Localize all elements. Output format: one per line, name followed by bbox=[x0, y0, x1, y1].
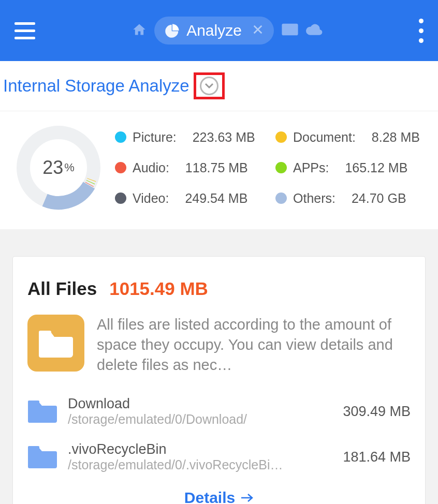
usage-donut-chart: 23% bbox=[14, 124, 103, 212]
legend-picture[interactable]: Picture: 223.63 MB bbox=[115, 130, 265, 145]
sdcard-icon[interactable] bbox=[281, 22, 299, 39]
home-icon[interactable] bbox=[132, 22, 147, 39]
file-row[interactable]: .vivoRecycleBin /storage/emulated/0/.viv… bbox=[27, 434, 411, 480]
file-name: .vivoRecycleBin bbox=[68, 441, 332, 457]
legend-label: APPs: bbox=[293, 160, 329, 175]
dot-icon bbox=[275, 131, 287, 143]
folder-icon bbox=[27, 399, 57, 424]
file-row[interactable]: Download /storage/emulated/0/Download/ 3… bbox=[27, 389, 411, 434]
legend-document[interactable]: Document: 8.28 MB bbox=[275, 130, 426, 145]
svg-rect-8 bbox=[28, 446, 39, 451]
legend-audio[interactable]: Audio: 118.75 MB bbox=[115, 160, 265, 175]
cloud-icon[interactable] bbox=[306, 23, 323, 38]
card-total-size: 1015.49 MB bbox=[109, 278, 208, 299]
percent-suffix: % bbox=[64, 161, 75, 174]
legend-label: Document: bbox=[293, 130, 356, 145]
svg-rect-7 bbox=[28, 401, 39, 405]
page-title-bar: Internal Storage Analyze bbox=[0, 61, 438, 111]
legend-value: 24.70 GB bbox=[352, 191, 406, 206]
tab-label: Analyze bbox=[186, 22, 242, 39]
details-button[interactable]: Details bbox=[27, 480, 411, 504]
file-path: /storage/emulated/0/.vivoRecycleBi… bbox=[68, 457, 332, 472]
legend-video[interactable]: Video: 249.54 MB bbox=[115, 191, 265, 206]
legend-value: 165.12 MB bbox=[345, 160, 407, 175]
legend-label: Video: bbox=[133, 191, 169, 206]
legend-value: 249.54 MB bbox=[185, 191, 247, 206]
close-icon[interactable] bbox=[252, 23, 264, 39]
card-title: All Files bbox=[27, 278, 97, 299]
dot-icon bbox=[275, 192, 287, 204]
usage-percent: 23% bbox=[14, 124, 103, 212]
legend-others[interactable]: Others: 24.70 GB bbox=[275, 191, 426, 206]
legend: Picture: 223.63 MB Document: 8.28 MB Aud… bbox=[115, 130, 426, 206]
details-label: Details bbox=[184, 489, 235, 504]
card-description: All files are listed according to the am… bbox=[97, 315, 411, 375]
file-path: /storage/emulated/0/Download/ bbox=[68, 412, 332, 427]
percent-value: 23 bbox=[42, 157, 63, 179]
legend-value: 223.63 MB bbox=[193, 130, 255, 145]
legend-apps[interactable]: APPs: 165.12 MB bbox=[275, 160, 426, 175]
svg-rect-6 bbox=[39, 331, 51, 336]
file-name: Download bbox=[68, 396, 332, 412]
folder-large-icon bbox=[27, 315, 84, 372]
pie-chart-icon bbox=[165, 23, 180, 38]
legend-value: 8.28 MB bbox=[372, 130, 420, 145]
page-title: Internal Storage Analyze bbox=[3, 76, 189, 96]
file-size: 309.49 MB bbox=[343, 404, 411, 420]
dot-icon bbox=[115, 162, 126, 173]
storage-stats: 23% Picture: 223.63 MB Document: 8.28 MB… bbox=[0, 111, 438, 229]
menu-icon[interactable] bbox=[14, 22, 35, 39]
file-info: .vivoRecycleBin /storage/emulated/0/.viv… bbox=[68, 441, 332, 472]
file-size: 181.64 MB bbox=[343, 449, 411, 465]
legend-label: Picture: bbox=[133, 130, 177, 145]
svg-rect-0 bbox=[282, 24, 298, 36]
tab-analyze[interactable]: Analyze bbox=[154, 17, 274, 45]
dot-icon bbox=[115, 131, 126, 143]
legend-value: 118.75 MB bbox=[185, 160, 248, 175]
legend-label: Others: bbox=[293, 191, 335, 206]
highlight-box bbox=[194, 72, 225, 99]
chevron-down-icon[interactable] bbox=[200, 77, 218, 95]
file-info: Download /storage/emulated/0/Download/ bbox=[68, 396, 332, 427]
card-header: All Files 1015.49 MB bbox=[27, 278, 411, 299]
legend-label: Audio: bbox=[133, 160, 169, 175]
more-options-icon[interactable] bbox=[419, 19, 424, 43]
all-files-card: All Files 1015.49 MB All files are liste… bbox=[12, 256, 426, 504]
dot-icon bbox=[275, 162, 287, 173]
card-intro: All files are listed according to the am… bbox=[27, 315, 411, 375]
dot-icon bbox=[115, 192, 126, 204]
top-app-bar: Analyze bbox=[0, 0, 438, 61]
folder-icon bbox=[27, 444, 57, 469]
content-area: All Files 1015.49 MB All files are liste… bbox=[0, 229, 438, 504]
topbar-center: Analyze bbox=[35, 17, 419, 45]
